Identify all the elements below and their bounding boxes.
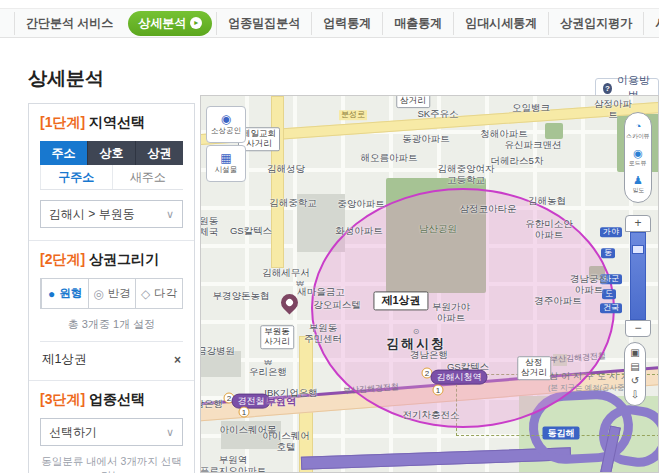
map-label: 유한미소안 아파트 — [525, 218, 573, 241]
step1-section: [1단계] 지역선택 주소상호상권 구주소새주소 김해시 > 부원동 ∨ — [29, 104, 194, 241]
map-label: 삼거리 — [396, 95, 430, 108]
fullscreen-icon[interactable]: ▣ — [625, 346, 645, 360]
map-label: 오일뱅크 — [512, 102, 550, 113]
zoom-out-button[interactable]: − — [625, 320, 651, 337]
address-tabs: 주소상호상권 — [40, 141, 183, 165]
download-icon[interactable]: ⇩ — [625, 388, 645, 402]
map-label: 부원가야 아파트 — [432, 301, 470, 324]
analysis-panel: [1단계] 지역선택 주소상호상권 구주소새주소 김해시 > 부원동 ∨ [2단… — [28, 103, 195, 473]
map-label: 경남은행 — [410, 349, 448, 360]
map-label: 경전철 — [232, 394, 271, 409]
shape-button[interactable]: ● 원형 — [41, 279, 88, 308]
nav-item[interactable]: 상권입지평가 — [548, 12, 643, 35]
polygon-shape-icon: ◇ — [141, 287, 150, 301]
map-label: 아이스퀘어 호텔 — [262, 430, 310, 453]
map-control-button[interactable]: ◔ 스카이뷰 — [625, 117, 651, 144]
map-label: 경주아파트 — [534, 295, 582, 306]
map-label: 김해세무서 — [262, 267, 310, 278]
layer-toggle-button[interactable]: ◉ 소상공인 — [206, 106, 246, 143]
map-label: 삼정코아타운 — [460, 203, 517, 214]
step3-tag: [3단계] — [40, 391, 85, 407]
small-business-layer-icon: ◉ — [221, 113, 231, 126]
map-label: 분성로 — [339, 110, 367, 120]
step3-title: [3단계] 업종선택 — [40, 391, 183, 409]
tab[interactable]: 상권 — [135, 141, 183, 165]
page-title: 상세분석 — [28, 66, 104, 92]
map-label: 청해아파트 — [480, 128, 528, 139]
step2-section: [2단계] 상권그리기 ● 원형 ◎ 반경 ◇ 다각 총 3개중 1개 설정 — [29, 241, 194, 381]
map-label: SK주유소 — [417, 108, 458, 119]
category-note: 동일분류 내에서 3개까지 선택 가능 — [40, 455, 183, 473]
tab[interactable]: 상호 — [87, 141, 135, 165]
step3-section: [3단계] 업종선택 선택하기 ∨ 동일분류 내에서 3개까지 선택 가능 — [29, 381, 194, 473]
map-label: 화성아파트 — [335, 225, 383, 236]
nav-item[interactable]: 업종밀집분석 — [216, 12, 311, 35]
nav-item[interactable]: 업력통계 — [311, 12, 382, 35]
map-label: 제1상권 — [373, 291, 428, 310]
map-label: 동광아파트 — [402, 133, 450, 144]
tab[interactable]: 주소 — [40, 141, 87, 165]
map-label: 중앙아파트 — [337, 198, 385, 209]
nav-item[interactable]: 임대시세통계 — [453, 12, 548, 35]
park-area — [545, 123, 563, 139]
subtab[interactable]: 구주소 — [40, 165, 112, 189]
refresh-icon[interactable]: ↺ — [625, 374, 645, 388]
area-name: 제1상권 — [42, 351, 86, 368]
map-label: 김해중학교 — [269, 197, 317, 208]
area-list: 제1상권 × — [40, 341, 183, 368]
nav-item[interactable]: 사업자경영평가 — [643, 12, 659, 35]
nav-item[interactable]: 매출통계 — [382, 12, 453, 35]
map-control-button[interactable]: ◉ 로드뷰 — [625, 144, 651, 171]
area-row: 제1상권 × — [40, 341, 183, 368]
nav-item[interactable]: 상세분석 ▸ — [128, 11, 212, 36]
roadview-icon: ◉ — [633, 147, 643, 159]
road — [271, 96, 284, 268]
step2-title: [2단계] 상권그리기 — [40, 251, 183, 269]
map-label: 부원역 푸르지오아파트 — [200, 454, 266, 473]
step2-tag: [2단계] — [40, 251, 85, 267]
layer-toggle-button[interactable]: ▦ 시설물 — [206, 145, 246, 182]
map[interactable]: 삼거리분성로제일교회 사거리SK주유소오일뱅크삼정아파트동광아파트청해아파트유신… — [200, 95, 659, 473]
shape-button[interactable]: ◎ 반경 — [88, 279, 135, 308]
region-select-value: 김해시 > 부원동 — [49, 206, 135, 223]
map-label: 부경양돈농협 — [213, 290, 270, 301]
map-label: 김해중앙여자 고등학교 — [438, 163, 495, 186]
map-label: 김해시청역 — [431, 370, 488, 385]
nav-item[interactable]: 간단분석 서비스 — [14, 12, 124, 35]
map-label: 금강병원 — [200, 345, 235, 356]
map-label: 부원역 — [266, 396, 296, 408]
map-view-controls: ◔ 스카이뷰 ◉ 로드뷰 ♟ 밀도 — [624, 112, 652, 203]
radius-shape-icon: ◎ — [93, 287, 103, 301]
map-label: 새마을금고 — [297, 286, 345, 297]
map-label: 더헤라스5차 — [491, 155, 544, 166]
top-nav: 간단분석 서비스 상세분석 ▸ 업종밀집분석 업력통계 매출통계 임대시세통계 … — [0, 8, 659, 38]
map-label: 1 — [433, 385, 444, 396]
map-tools: ▣▤↺⇩ — [624, 342, 646, 406]
step1-title: [1단계] 지역선택 — [40, 114, 183, 132]
zoom-slider-handle[interactable] — [632, 245, 644, 254]
map-control-button[interactable]: ♟ 밀도 — [625, 171, 651, 198]
region-select[interactable]: 김해시 > 부원동 ∨ — [40, 200, 183, 228]
person-icon: ♟ — [633, 174, 643, 186]
address-subtabs: 구주소새주소 — [40, 165, 183, 190]
zoom-slider[interactable] — [630, 232, 646, 320]
map-label: 부원동 주민센터 — [304, 322, 342, 345]
subtab[interactable]: 새주소 — [112, 165, 184, 189]
map-label: 유신파크맨션 — [505, 139, 562, 150]
category-select[interactable]: 선택하기 ∨ — [40, 418, 183, 446]
shape-button[interactable]: ◇ 다각 — [135, 279, 182, 308]
map-label: 전기차충전소 — [403, 409, 460, 420]
question-icon: ? — [603, 83, 612, 94]
map-label: 경남은행 — [200, 398, 223, 409]
close-icon[interactable]: × — [174, 353, 181, 367]
map-label: 우리은행 — [249, 366, 287, 377]
shape-buttons: ● 원형 ◎ 반경 ◇ 다각 — [40, 278, 183, 309]
measure-icon[interactable]: ▤ — [625, 360, 645, 374]
map-label: 부원동 우체국 — [200, 215, 218, 238]
circle-shape-icon: ● — [48, 287, 55, 301]
map-label: 해오름아파트 — [361, 152, 418, 163]
area-count-note: 총 3개중 1개 설정 — [40, 317, 183, 332]
map-label: GS칼텍스 — [230, 225, 272, 236]
zoom-in-button[interactable]: + — [625, 215, 651, 232]
step1-tag: [1단계] — [40, 114, 85, 130]
